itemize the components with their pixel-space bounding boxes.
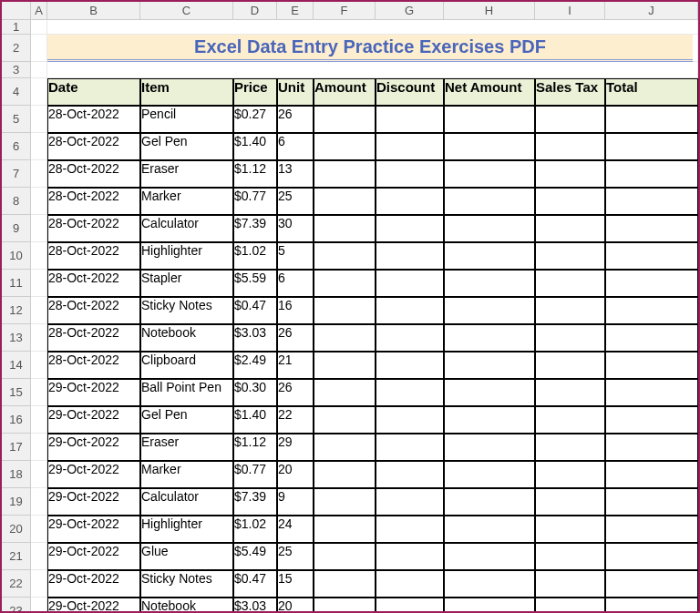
cell-price[interactable]: $1.40 <box>233 406 277 434</box>
cell-salestax[interactable] <box>535 133 605 160</box>
cell[interactable] <box>31 188 47 215</box>
col-header-f[interactable]: F <box>314 2 376 19</box>
cell-amount[interactable] <box>314 242 376 270</box>
cell-amount[interactable] <box>314 598 376 613</box>
cell-salestax[interactable] <box>535 242 605 270</box>
cell-unit[interactable]: 25 <box>277 543 314 570</box>
cell-netamount[interactable] <box>444 297 535 324</box>
cell-date[interactable]: 29-Oct-2022 <box>47 516 140 543</box>
cell-price[interactable]: $1.02 <box>233 242 277 270</box>
cell[interactable] <box>31 543 47 570</box>
cell-price[interactable]: $0.77 <box>233 188 277 215</box>
cell-total[interactable] <box>605 215 698 242</box>
row-header[interactable]: 21 <box>2 543 31 570</box>
cell[interactable] <box>31 434 47 461</box>
row-header[interactable]: 23 <box>2 598 31 613</box>
cell-price[interactable]: $0.47 <box>233 297 277 324</box>
cell-item[interactable]: Gel Pen <box>140 406 233 434</box>
cell-amount[interactable] <box>314 188 376 215</box>
cell[interactable] <box>47 62 698 78</box>
cell-amount[interactable] <box>314 488 376 516</box>
cell-item[interactable]: Pencil <box>140 106 233 133</box>
cell-unit[interactable]: 6 <box>277 133 314 160</box>
cell-price[interactable]: $3.03 <box>233 324 277 352</box>
cell-amount[interactable] <box>314 160 376 188</box>
cell-item[interactable]: Notebook <box>140 324 233 352</box>
col-header-h[interactable]: H <box>444 2 535 19</box>
row-header[interactable]: 5 <box>2 106 31 133</box>
cell-amount[interactable] <box>314 570 376 598</box>
cell-price[interactable]: $1.40 <box>233 133 277 160</box>
cell[interactable] <box>31 406 47 434</box>
cell[interactable] <box>31 324 47 352</box>
cell-date[interactable]: 28-Oct-2022 <box>47 242 140 270</box>
cell-date[interactable]: 29-Oct-2022 <box>47 434 140 461</box>
cell-salestax[interactable] <box>535 406 605 434</box>
cell-discount[interactable] <box>376 242 444 270</box>
col-header-j[interactable]: J <box>605 2 698 19</box>
row-header[interactable]: 14 <box>2 352 31 379</box>
cell-unit[interactable]: 15 <box>277 570 314 598</box>
cell[interactable] <box>31 570 47 598</box>
row-header-4[interactable]: 4 <box>2 78 31 106</box>
cell-netamount[interactable] <box>444 133 535 160</box>
cell-total[interactable] <box>605 434 698 461</box>
cell-netamount[interactable] <box>444 379 535 406</box>
cell-amount[interactable] <box>314 379 376 406</box>
cell-discount[interactable] <box>376 570 444 598</box>
row-header-2[interactable]: 2 <box>2 35 31 62</box>
cell-date[interactable]: 29-Oct-2022 <box>47 461 140 488</box>
cell-netamount[interactable] <box>444 516 535 543</box>
row-header[interactable]: 16 <box>2 406 31 434</box>
cell[interactable] <box>31 297 47 324</box>
cell-item[interactable]: Gel Pen <box>140 133 233 160</box>
cell-discount[interactable] <box>376 297 444 324</box>
cell-salestax[interactable] <box>535 352 605 379</box>
cell-netamount[interactable] <box>444 543 535 570</box>
cell-total[interactable] <box>605 379 698 406</box>
cell-amount[interactable] <box>314 133 376 160</box>
cell-price[interactable]: $5.49 <box>233 543 277 570</box>
cell[interactable] <box>31 133 47 160</box>
row-header[interactable]: 10 <box>2 242 31 270</box>
cell-amount[interactable] <box>314 461 376 488</box>
cell-amount[interactable] <box>314 270 376 297</box>
col-header-e[interactable]: E <box>277 2 314 19</box>
col-header-a[interactable]: A <box>31 2 47 19</box>
row-header-1[interactable]: 1 <box>2 20 31 35</box>
cell-discount[interactable] <box>376 406 444 434</box>
row-header[interactable]: 18 <box>2 461 31 488</box>
cell-total[interactable] <box>605 543 698 570</box>
header-item[interactable]: Item <box>140 78 233 106</box>
cell[interactable] <box>31 78 47 106</box>
cell-price[interactable]: $0.27 <box>233 106 277 133</box>
cell-total[interactable] <box>605 570 698 598</box>
cell-date[interactable]: 28-Oct-2022 <box>47 270 140 297</box>
cell-date[interactable]: 28-Oct-2022 <box>47 215 140 242</box>
row-header[interactable]: 13 <box>2 324 31 352</box>
cell-salestax[interactable] <box>535 488 605 516</box>
cell-salestax[interactable] <box>535 379 605 406</box>
cell-discount[interactable] <box>376 434 444 461</box>
header-amount[interactable]: Amount <box>314 78 376 106</box>
cell-unit[interactable]: 9 <box>277 488 314 516</box>
cell-total[interactable] <box>605 188 698 215</box>
cell-discount[interactable] <box>376 352 444 379</box>
cell-unit[interactable]: 30 <box>277 215 314 242</box>
cell-date[interactable]: 28-Oct-2022 <box>47 188 140 215</box>
header-salestax[interactable]: Sales Tax <box>535 78 605 106</box>
cell-discount[interactable] <box>376 488 444 516</box>
cell-netamount[interactable] <box>444 406 535 434</box>
cell[interactable] <box>31 488 47 516</box>
cell-netamount[interactable] <box>444 434 535 461</box>
cell-unit[interactable]: 21 <box>277 352 314 379</box>
cell-item[interactable]: Sticky Notes <box>140 570 233 598</box>
cell-salestax[interactable] <box>535 188 605 215</box>
cell-salestax[interactable] <box>535 297 605 324</box>
cell-netamount[interactable] <box>444 352 535 379</box>
header-date[interactable]: Date <box>47 78 140 106</box>
cell[interactable] <box>47 20 698 35</box>
header-discount[interactable]: Discount <box>376 78 444 106</box>
cell-total[interactable] <box>605 406 698 434</box>
cell-salestax[interactable] <box>535 106 605 133</box>
